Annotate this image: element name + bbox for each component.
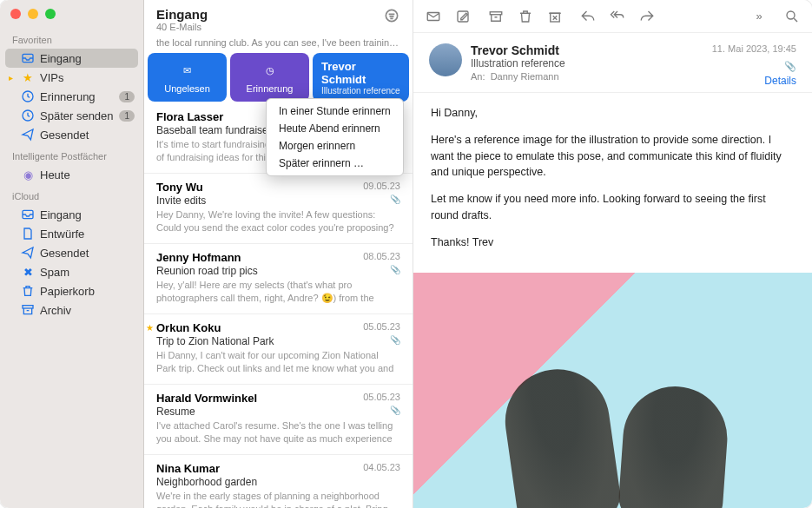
clock-icon: ◷ <box>261 62 280 81</box>
sidebar-item-vips[interactable]: ▸ ★ VIPs <box>0 68 143 87</box>
paper-plane-icon <box>21 128 35 142</box>
message-subject: Invite edits <box>156 195 400 207</box>
sidebar-item-sent[interactable]: Gesendet <box>0 125 143 144</box>
message-from: Trevor Schmidt <box>321 60 400 86</box>
message-card-selected[interactable]: Trevor Schmidt Illustration reference <box>313 53 409 102</box>
badge: 1 <box>119 110 135 122</box>
sidebar-item-icloud-sent[interactable]: Gesendet <box>0 243 143 262</box>
message-row[interactable]: Nina Kumar04.05.23Neighborhood gardenWe'… <box>144 455 413 508</box>
swipe-button-label: Ungelesen <box>164 83 210 94</box>
filter-button[interactable] <box>383 7 400 24</box>
sidebar-item-label: Erinnerung <box>40 90 96 103</box>
sidebar-item-label: Gesendet <box>40 247 89 260</box>
inbox-icon <box>21 51 35 65</box>
sidebar-item-label: Archiv <box>40 304 71 317</box>
swipe-button-label: Erinnerung <box>247 83 294 94</box>
message-preview: Hey, y'all! Here are my selects (that's … <box>156 279 400 305</box>
message-date: 11. Mai 2023, 19:45 <box>712 43 796 54</box>
maximize-window-button[interactable] <box>45 9 56 19</box>
svg-rect-4 <box>23 306 33 308</box>
sidebar-item-drafts[interactable]: Entwürfe <box>0 224 143 243</box>
trash-icon <box>21 284 35 298</box>
reply-all-icon[interactable] <box>610 9 625 24</box>
remind-option-tomorrow[interactable]: Morgen erinnern <box>267 137 403 155</box>
clock-icon <box>21 89 35 103</box>
sidebar-item-label: Eingang <box>40 208 82 221</box>
truncated-preview: the local running club. As you can see, … <box>144 37 413 53</box>
message-subject: Illustration reference <box>321 86 400 96</box>
search-icon[interactable] <box>784 9 800 24</box>
attachment-icon: 📎 <box>390 335 400 345</box>
sidebar-item-label: Entwürfe <box>40 228 84 241</box>
message-subject: Reunion road trip pics <box>156 265 400 277</box>
message-body: Hi Danny, Here's a reference image for t… <box>413 93 812 273</box>
recipient-line: An: Danny Riemann <box>471 71 796 82</box>
more-icon[interactable]: » <box>751 9 767 24</box>
message-row[interactable]: Tony Wu09.05.23📎Invite editsHey Danny, W… <box>144 174 413 244</box>
attachment-icon: 📎 <box>390 195 400 204</box>
reply-icon[interactable] <box>580 9 596 24</box>
sidebar-item-inbox[interactable]: Eingang <box>5 49 138 68</box>
archive-icon[interactable] <box>488 9 504 24</box>
trash-icon[interactable] <box>518 9 533 24</box>
message-row[interactable]: Jenny Hofmann08.05.23📎Reunion road trip … <box>144 244 413 314</box>
remind-option-later[interactable]: Später erinnern … <box>267 155 403 172</box>
sidebar-item-archive[interactable]: Archiv <box>0 300 143 320</box>
message-date: 08.05.23 <box>363 251 400 261</box>
forward-icon[interactable] <box>639 9 655 24</box>
document-icon <box>21 227 35 241</box>
message-date: 05.05.23 <box>363 392 400 402</box>
attachment-icon: 📎 <box>390 406 400 415</box>
message-row[interactable]: Harald Vormwinkel05.05.23📎ResumeI've att… <box>144 385 413 455</box>
minimize-window-button[interactable] <box>28 9 38 19</box>
list-title: Eingang <box>156 7 208 22</box>
message-list-pane: Eingang 40 E-Mails the local running clu… <box>144 0 413 508</box>
message-preview: Hey Danny, We're loving the invite! A fe… <box>156 208 400 234</box>
sidebar-item-spam[interactable]: ✖ Spam <box>0 262 143 281</box>
window-controls <box>0 0 143 28</box>
sidebar-section-icloud: iCloud <box>0 184 143 205</box>
message-preview: We're in the early stages of planning a … <box>156 490 400 508</box>
junk-icon[interactable] <box>547 9 563 24</box>
sidebar-item-label: Eingang <box>40 52 82 65</box>
swipe-remind-button[interactable]: ◷ Erinnerung <box>230 53 309 102</box>
svg-rect-8 <box>490 11 502 14</box>
disclosure-icon: ▸ <box>9 73 13 82</box>
message-header: Trevor Schmidt Illustration reference An… <box>413 33 812 93</box>
flag-icon: ★ <box>146 323 154 333</box>
envelope-icon[interactable] <box>426 9 441 24</box>
sidebar-section-favorites: Favoriten <box>0 28 143 49</box>
attachment-icon: 📎 <box>784 61 796 72</box>
sidebar-item-today[interactable]: ◉ Heute <box>0 165 143 184</box>
message-preview: Hi Danny, I can't wait for our upcoming … <box>156 349 400 375</box>
list-count: 40 E-Mails <box>156 22 208 32</box>
attachment-icon: 📎 <box>390 265 400 274</box>
message-date: 04.05.23 <box>363 462 400 472</box>
envelope-icon: ✉ <box>178 62 197 81</box>
details-link[interactable]: Details <box>764 75 796 87</box>
sidebar-section-smart: Intelligente Postfächer <box>0 144 143 165</box>
message-preview: I've attached Carol's resume. She's the … <box>156 419 400 445</box>
badge: 1 <box>119 91 135 102</box>
sidebar-item-send-later[interactable]: Später senden 1 <box>0 106 143 125</box>
sidebar-item-reminder[interactable]: Erinnerung 1 <box>0 87 143 106</box>
sidebar-item-label: Spam <box>40 266 69 279</box>
attachment-image[interactable] <box>413 273 812 508</box>
svg-point-10 <box>787 11 795 19</box>
sidebar-item-icloud-inbox[interactable]: Eingang <box>0 205 143 224</box>
sidebar-item-trash[interactable]: Papierkorb <box>0 281 143 300</box>
message-subject: Trip to Zion National Park <box>156 335 400 347</box>
compose-icon[interactable] <box>455 9 471 24</box>
swipe-unread-button[interactable]: ✉ Ungelesen <box>148 53 227 102</box>
sidebar: Favoriten Eingang ▸ ★ VIPs Erinnerung 1 … <box>0 0 144 508</box>
remind-option-tonight[interactable]: Heute Abend erinnern <box>267 120 403 137</box>
remind-option-1hour[interactable]: In einer Stunde erinnern <box>267 102 403 120</box>
avatar <box>429 43 462 76</box>
close-window-button[interactable] <box>10 9 21 19</box>
message-row[interactable]: ★Orkun Koku05.05.23📎Trip to Zion Nationa… <box>144 314 413 385</box>
message-date: 09.05.23 <box>363 181 400 191</box>
sidebar-item-label: Gesendet <box>40 129 89 142</box>
message-subject: Neighborhood garden <box>156 476 400 488</box>
reader-pane: » Trevor Schmidt Illustration reference … <box>413 0 812 508</box>
spam-icon: ✖ <box>21 265 35 279</box>
